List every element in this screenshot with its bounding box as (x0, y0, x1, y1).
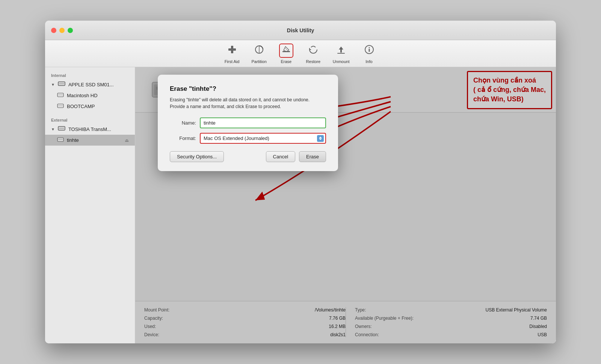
unmount-icon-wrap (334, 44, 348, 58)
sidebar-item-bootcamp[interactable]: BOOTCAMP (45, 101, 135, 112)
erase-dialog: Erase "tinhte"? Erasing "tinhte" will de… (158, 75, 338, 171)
unmount-button[interactable]: Unmount (328, 41, 355, 66)
modal-title: Erase "tinhte"? (170, 85, 326, 93)
svg-marker-6 (339, 47, 343, 53)
erase-icon-wrap (279, 44, 293, 58)
content-area: Free 7.74 GB Mount Point: /Volumes/tinht… (135, 67, 556, 343)
partition-label: Partition (252, 59, 267, 64)
svg-rect-20 (58, 139, 63, 140)
first-aid-icon (227, 44, 237, 57)
format-select-wrap: Mac OS Extended (Journaled) Mac OS Exten… (200, 133, 326, 144)
format-select[interactable]: Mac OS Extended (Journaled) Mac OS Exten… (200, 133, 326, 144)
format-field-row: Format: Mac OS Extended (Journaled) Mac … (170, 133, 326, 144)
window-title: Disk Utility (287, 27, 314, 33)
svg-rect-14 (58, 94, 63, 95)
drive-icon-2 (58, 125, 65, 133)
svg-rect-18 (59, 128, 64, 129)
close-button[interactable] (51, 28, 56, 33)
info-button[interactable]: Info (356, 41, 382, 66)
sidebar-item-macintosh-hd[interactable]: Macintosh HD (45, 90, 135, 101)
volume-icon-2 (57, 102, 64, 110)
svg-point-9 (368, 47, 370, 48)
eject-icon[interactable]: ⏏ (125, 138, 129, 143)
cancel-button[interactable]: Cancel (266, 151, 295, 162)
minimize-button[interactable] (59, 28, 65, 33)
svg-rect-16 (58, 105, 63, 106)
modal-overlay: Erase "tinhte"? Erasing "tinhte" will de… (135, 67, 556, 343)
window-controls (51, 28, 73, 33)
partition-icon (254, 44, 264, 57)
svg-rect-12 (59, 83, 64, 84)
titlebar: Disk Utility (45, 21, 556, 40)
erase-icon (282, 45, 291, 56)
main-window: Disk Utility First Aid (45, 21, 556, 343)
name-input[interactable] (200, 117, 326, 128)
partition-icon-wrap (252, 44, 266, 58)
internal-section-label: Internal (45, 72, 135, 79)
unmount-icon (336, 44, 346, 57)
toshiba-label: TOSHIBA TransM... (68, 126, 111, 132)
expand-icon-2[interactable]: ▼ (51, 127, 55, 131)
erase-label: Erase (281, 59, 291, 64)
svg-rect-7 (337, 53, 345, 54)
macintosh-hd-label: Macintosh HD (67, 93, 98, 98)
restore-label: Restore (306, 59, 321, 64)
partition-button[interactable]: Partition (246, 41, 272, 66)
info-icon (364, 44, 374, 57)
sidebar-item-toshiba[interactable]: ▼ TOSHIBA TransM... (45, 124, 135, 135)
sidebar-item-apple-ssd[interactable]: ▼ APPLE SSD SM01... (45, 79, 135, 90)
unmount-label: Unmount (333, 59, 350, 64)
modal-buttons: Security Options... Cancel Erase (170, 151, 326, 162)
tinhte-label: tinhte (67, 137, 79, 143)
first-aid-icon-wrap (225, 44, 239, 58)
sidebar: Internal ▼ APPLE SSD SM01... (45, 67, 135, 343)
restore-button[interactable]: Restore (300, 41, 326, 66)
modal-description: Erasing "tinhte" will delete all data st… (170, 96, 326, 110)
info-icon-wrap (362, 44, 376, 58)
name-field-row: Name: (170, 117, 326, 128)
volume-icon (57, 92, 64, 99)
restore-icon-wrap (306, 44, 320, 58)
maximize-button[interactable] (68, 28, 73, 33)
sidebar-item-tinhte[interactable]: tinhte ⏏ (45, 135, 135, 146)
bootcamp-label: BOOTCAMP (67, 104, 95, 109)
external-section: External (45, 116, 135, 124)
info-label: Info (365, 59, 372, 64)
volume-icon-3 (57, 136, 64, 144)
main-area: Internal ▼ APPLE SSD SM01... (45, 67, 556, 343)
restore-icon (308, 44, 319, 57)
name-field-label: Name: (170, 120, 196, 126)
svg-rect-1 (231, 46, 233, 53)
erase-confirm-button[interactable]: Erase (299, 151, 326, 162)
format-field-label: Format: (170, 135, 196, 141)
security-options-button[interactable]: Security Options... (170, 151, 224, 162)
toolbar: First Aid Partition (45, 40, 556, 67)
first-aid-button[interactable]: First Aid (219, 41, 245, 66)
erase-button[interactable]: Erase (273, 41, 299, 66)
drive-icon (58, 81, 65, 89)
svg-rect-10 (368, 49, 370, 52)
apple-ssd-label: APPLE SSD SM01... (68, 82, 114, 87)
expand-icon[interactable]: ▼ (51, 83, 55, 87)
external-section-label: External (45, 116, 135, 124)
first-aid-label: First Aid (225, 59, 240, 64)
